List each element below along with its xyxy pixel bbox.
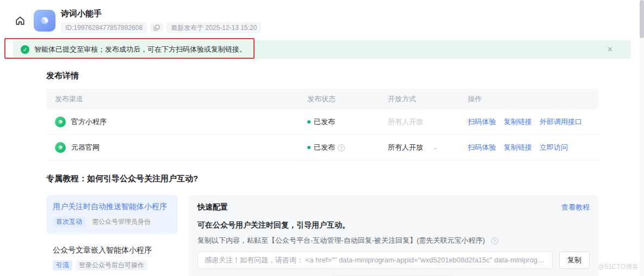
access-mode-label: 所有人开放: [388, 117, 423, 127]
channel-name: 元器官网: [71, 143, 100, 152]
tag-badge: 需公众号管理员身份: [89, 217, 154, 227]
access-mode-dropdown[interactable]: 所有人开放 ⌄: [388, 143, 437, 152]
agent-info: 诗词小能手 ID:1997628477857892608 最新发布于 2025-…: [61, 9, 261, 33]
sidebar-item-title: 用户关注时自动推送智能体小程序: [53, 202, 171, 212]
copy-id-button[interactable]: [150, 23, 163, 32]
publish-details-title: 发布详情: [46, 71, 598, 81]
reply-snippet-input[interactable]: [197, 252, 553, 269]
yuanqi-channel-icon: [55, 142, 66, 153]
watermark: @51CTO博客: [598, 262, 639, 272]
quick-config-title: 快速配置: [197, 203, 228, 212]
sidebar-item-auto-push[interactable]: 用户关注时自动推送智能体小程序 首次互动 需公众号管理员身份: [46, 195, 178, 234]
access-mode-label: 所有人开放: [388, 143, 423, 152]
col-header-actions: 操作: [468, 94, 598, 104]
status-dot: [307, 120, 311, 124]
sidebar-item-title: 公众号文章嵌入智能体小程序: [53, 246, 171, 255]
tutorial-section: 用户关注时自动推送智能体小程序 首次互动 需公众号管理员身份 公众号文章嵌入智能…: [46, 195, 598, 276]
page-title: 诗词小能手: [61, 9, 261, 19]
col-header-channel: 发布渠道: [46, 94, 307, 104]
help-icon[interactable]: ?: [491, 237, 498, 244]
visit-now-link[interactable]: 立即访问: [540, 143, 568, 152]
agent-avatar: [34, 10, 55, 32]
scrollbar-thumb[interactable]: [640, 0, 644, 38]
col-header-status: 发布状态: [307, 94, 388, 104]
status-label: 已发布: [314, 117, 335, 127]
copy-link-link[interactable]: 复制链接: [504, 143, 532, 152]
copy-icon: [153, 24, 160, 31]
copy-link-link[interactable]: 复制链接: [504, 117, 532, 127]
submit-success-banner: ✓ 智能体已提交至审核；发布成功后，可在下方扫码体验或复制链接。 ×: [13, 40, 631, 59]
tag-badge: 首次互动: [53, 217, 85, 227]
status-label: 已发布: [314, 143, 335, 152]
banner-close-icon[interactable]: ×: [608, 45, 612, 54]
status-help-icon[interactable]: ?: [338, 144, 345, 151]
table-header-row: 发布渠道 发布状态 开放方式 操作: [46, 89, 598, 109]
config-description: 可在公众号用户关注时回复，引导用户互动。: [197, 220, 590, 230]
scan-try-link[interactable]: 扫码体验: [468, 117, 496, 127]
table-row-miniprogram: 官方小程序 已发布 所有人开放 扫码体验 复制链接 外部调用接口: [46, 109, 598, 135]
tag-badge: 登录公众号后台可操作: [76, 260, 147, 271]
status-dot: [307, 146, 311, 149]
config-copy-row: 复制: [197, 252, 590, 269]
copy-snippet-button[interactable]: 复制: [559, 252, 590, 269]
agent-id-badge: ID:1997628477857892608: [61, 22, 147, 33]
page-header: 诗词小能手 ID:1997628477857892608 最新发布于 2025-…: [0, 0, 644, 34]
tutorial-section-title: 专属教程：如何引导公众号关注用户互动?: [46, 174, 598, 184]
config-instructions-text: 复制以下内容，粘贴至【公众号平台-互动管理-自动回复-被关注回复】(需先关联元宝…: [197, 236, 485, 246]
external-api-link[interactable]: 外部调用接口: [540, 117, 582, 127]
scrollbar-track[interactable]: [640, 0, 644, 276]
agent-publish-page: 诗词小能手 ID:1997628477857892608 最新发布于 2025-…: [0, 0, 644, 276]
agent-meta: ID:1997628477857892608 最新发布于 2025-12-13 …: [61, 22, 261, 33]
config-instructions: 复制以下内容，粘贴至【公众号平台-互动管理-自动回复-被关注回复】(需先关联元宝…: [197, 236, 590, 246]
success-check-icon: ✓: [21, 45, 29, 54]
quick-config-panel: 快速配置 查看教程 可在公众号用户关注时回复，引导用户互动。 复制以下内容，粘贴…: [189, 195, 598, 276]
banner-message: 智能体已提交至审核；发布成功后，可在下方扫码体验或复制链接。: [34, 45, 246, 54]
view-tutorial-link[interactable]: 查看教程: [561, 203, 590, 212]
scan-try-link[interactable]: 扫码体验: [468, 143, 496, 152]
sidebar-item-article-embed[interactable]: 公众号文章嵌入智能体小程序 引流 登录公众号后台可操作: [46, 238, 178, 276]
main-content: 发布详情 发布渠道 发布状态 开放方式 操作 官方小程序: [46, 71, 598, 276]
tag-badge: 引流: [53, 260, 72, 271]
home-icon[interactable]: [14, 15, 26, 27]
channel-name: 官方小程序: [71, 117, 107, 127]
miniprogram-channel-icon: [55, 116, 66, 127]
table-row-yuanqi-site: 元器官网 已发布 ? 所有人开放 ⌄ 扫码体验 复制链接 立即访问: [46, 135, 598, 161]
chevron-down-icon: ⌄: [433, 145, 437, 150]
tutorial-sidebar: 用户关注时自动推送智能体小程序 首次互动 需公众号管理员身份 公众号文章嵌入智能…: [46, 195, 178, 276]
publish-channels-table: 发布渠道 发布状态 开放方式 操作 官方小程序 已: [46, 89, 598, 161]
last-published-badge: 最新发布于 2025-12-13 15:20: [166, 22, 261, 33]
col-header-access: 开放方式: [388, 94, 468, 104]
